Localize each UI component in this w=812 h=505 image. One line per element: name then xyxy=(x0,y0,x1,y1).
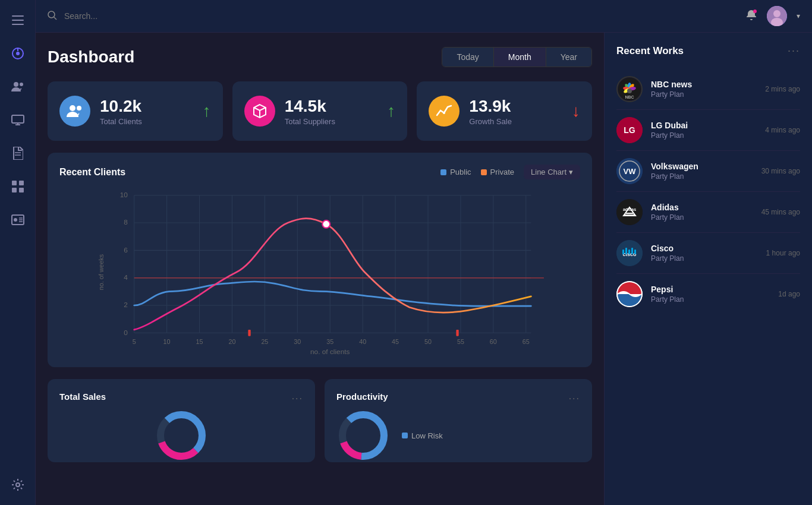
topbar-right: ▾ xyxy=(745,6,800,26)
growth-label: Growth Sale xyxy=(469,117,562,126)
bottom-cards: Total Sales ... Productivity xyxy=(48,379,592,462)
svg-text:60: 60 xyxy=(490,338,497,345)
topbar: ▾ xyxy=(36,0,812,33)
chart-area: no. of weeks xyxy=(59,189,580,355)
clients-info: 10.2k Total Clients xyxy=(100,97,193,126)
year-button[interactable]: Year xyxy=(546,48,591,67)
line-chart-svg: no. of weeks xyxy=(59,189,580,355)
clients-icon xyxy=(59,96,90,127)
grid-icon[interactable] xyxy=(7,176,29,197)
svg-rect-8 xyxy=(12,115,24,123)
private-legend-label: Private xyxy=(490,168,514,176)
svg-text:45: 45 xyxy=(392,338,399,345)
stat-cards: 10.2k Total Clients ↑ 14.5k xyxy=(48,81,592,141)
svg-rect-13 xyxy=(12,181,17,185)
menu-icon[interactable] xyxy=(7,10,29,31)
total-sales-chart xyxy=(59,409,303,462)
vw-logo: VW xyxy=(616,158,643,184)
svg-point-90 xyxy=(627,89,632,93)
low-risk-label: Low Risk xyxy=(411,431,443,440)
svg-text:50: 50 xyxy=(424,338,432,345)
left-panel: Dashboard Today Month Year xyxy=(36,33,604,505)
nbc-plan: Party Plan xyxy=(651,90,757,99)
bell-icon[interactable] xyxy=(745,9,757,24)
search-input[interactable] xyxy=(64,11,738,21)
svg-point-97 xyxy=(616,199,643,225)
svg-point-4 xyxy=(16,52,20,55)
lg-time: 4 mins ago xyxy=(765,126,800,134)
low-risk-legend: Low Risk xyxy=(402,431,443,440)
total-sales-card: Total Sales ... xyxy=(48,379,315,462)
productivity-more[interactable]: ... xyxy=(569,391,580,402)
pepsi-time: 1d ago xyxy=(778,290,800,298)
nbc-time: 2 mins ago xyxy=(765,85,800,93)
svg-rect-107 xyxy=(634,250,636,254)
svg-text:15: 15 xyxy=(196,338,203,345)
list-item: cisco Cisco Party Plan 1 hour ago xyxy=(616,233,800,274)
svg-text:LG: LG xyxy=(624,125,635,135)
total-sales-more[interactable]: ... xyxy=(292,391,303,402)
monitor-icon[interactable] xyxy=(7,109,29,131)
stat-card-growth: 13.9k Growth Sale ↓ xyxy=(417,81,592,141)
svg-text:25: 25 xyxy=(261,338,268,345)
chart-controls: Public Private Line Chart ▾ xyxy=(440,165,580,179)
chart-title: Recent Clients xyxy=(59,167,125,178)
growth-icon xyxy=(429,96,459,127)
cisco-name: Cisco xyxy=(651,244,758,253)
svg-rect-14 xyxy=(19,181,24,185)
nbc-name: NBC news xyxy=(651,80,757,89)
svg-rect-105 xyxy=(628,250,630,254)
svg-text:no. of clients: no. of clients xyxy=(310,348,350,355)
low-risk-dot xyxy=(402,433,408,438)
avatar[interactable] xyxy=(767,6,787,26)
growth-info: 13.9k Growth Sale xyxy=(469,97,562,126)
chart-type-label: Line Chart xyxy=(531,168,566,176)
avatar-dropdown[interactable]: ▾ xyxy=(797,12,800,20)
svg-rect-2 xyxy=(12,24,24,25)
svg-text:VW: VW xyxy=(624,167,637,176)
public-legend-dot xyxy=(440,169,446,175)
today-button[interactable]: Today xyxy=(442,48,493,67)
svg-line-24 xyxy=(54,17,56,20)
cisco-logo: cisco xyxy=(616,240,643,266)
adidas-time: 45 mins ago xyxy=(761,208,800,216)
svg-point-27 xyxy=(773,10,780,17)
svg-text:10: 10 xyxy=(163,338,171,345)
donut-svg xyxy=(155,409,208,462)
list-item: adidas Adidas Party Plan 45 mins ago xyxy=(616,192,800,233)
lg-logo: LG xyxy=(616,117,643,143)
id-card-icon[interactable] xyxy=(7,209,29,231)
settings-icon[interactable] xyxy=(7,474,29,495)
svg-text:NBC: NBC xyxy=(625,95,634,99)
productivity-card: Productivity ... Low Risk xyxy=(325,379,592,462)
month-button[interactable]: Month xyxy=(494,48,546,67)
list-item: NBC NBC news Party Plan 2 mins ago xyxy=(616,69,800,110)
svg-text:35: 35 xyxy=(326,338,333,345)
pepsi-logo xyxy=(616,281,643,307)
dashboard-icon[interactable] xyxy=(7,43,29,64)
productivity-content: Low Risk xyxy=(336,409,580,462)
svg-rect-104 xyxy=(625,248,627,254)
svg-point-32 xyxy=(443,112,445,114)
productivity-legend: Low Risk xyxy=(402,431,443,440)
suppliers-icon xyxy=(244,96,275,127)
productivity-title: Productivity xyxy=(336,392,388,402)
users-icon[interactable] xyxy=(7,76,29,97)
chart-legend: Public Private xyxy=(440,168,514,176)
chart-type-button[interactable]: Line Chart ▾ xyxy=(524,165,580,179)
public-legend-label: Public xyxy=(450,168,471,176)
right-panel: Recent Works ··· NBC xyxy=(604,33,812,505)
document-icon[interactable] xyxy=(7,143,29,164)
suppliers-trend: ↑ xyxy=(387,102,395,121)
lg-info: LG Dubai Party Plan xyxy=(651,121,757,140)
svg-text:6: 6 xyxy=(124,246,128,254)
list-item: VW Volkswagen Party Plan 30 mins ago xyxy=(616,151,800,192)
svg-point-23 xyxy=(48,11,55,18)
pepsi-name: Pepsi xyxy=(651,285,770,294)
recent-works-more[interactable]: ··· xyxy=(788,45,800,57)
main-area: ▾ Dashboard Today Month Year xyxy=(36,0,812,505)
svg-point-22 xyxy=(16,483,20,487)
lg-plan: Party Plan xyxy=(651,131,757,140)
search-icon xyxy=(48,11,57,22)
adidas-plan: Party Plan xyxy=(651,213,753,222)
